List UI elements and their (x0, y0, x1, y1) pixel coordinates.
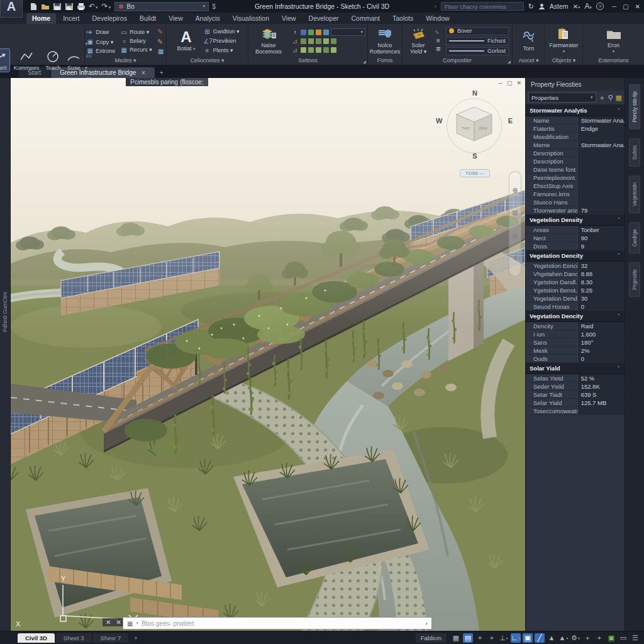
property-row[interactable]: Doss 9 (526, 242, 625, 250)
property-row[interactable]: Mesk 2% (526, 347, 625, 355)
status-toggle-icon[interactable]: ▦ (451, 633, 461, 643)
property-row[interactable]: Meme Stormwater Ana... (526, 141, 625, 149)
status-toggle-icon[interactable]: + (594, 633, 604, 643)
property-value[interactable]: 32 (577, 262, 625, 269)
property-value[interactable]: 180° (577, 338, 625, 346)
status-toggle-icon[interactable]: ⊥ (499, 633, 509, 643)
property-row[interactable]: Yegetstion Eencity 32 (526, 262, 625, 270)
layer-tool-2-icon[interactable] (308, 38, 314, 44)
add-property-button[interactable]: ＋ (599, 93, 606, 103)
status-toggle-icon[interactable]: ＋ (582, 633, 592, 643)
collapse-icon[interactable]: ⌃ (616, 108, 621, 113)
property-row[interactable]: Dase teene font (526, 165, 625, 174)
property-value[interactable] (577, 174, 625, 181)
drawing-canvas[interactable]: Y X ─ ▢ ✕ N S W E THO (11, 78, 525, 631)
close-tab-icon[interactable]: ✕ (141, 70, 146, 76)
panel-label-compostler[interactable]: Compostler (402, 57, 512, 65)
torn-button[interactable]: Torn (519, 30, 538, 52)
property-row[interactable]: Stuoco Hans (526, 198, 625, 206)
status-toggle-icon[interactable]: ▲ (558, 633, 569, 643)
property-value[interactable] (577, 182, 625, 189)
property-value[interactable]: 8.88 (577, 270, 625, 277)
property-row[interactable]: Farnurec.kms (526, 190, 625, 198)
pick-object-icon[interactable]: ⚲ (608, 94, 613, 102)
ribbon-tab[interactable]: Analycis (190, 13, 226, 24)
composite-gorlost[interactable]: Gorlost (446, 47, 509, 55)
ribbon-tab[interactable]: Commant (345, 13, 386, 24)
status-toggle-icon[interactable]: ▲ (547, 633, 557, 643)
layer-tool-9-icon[interactable] (323, 47, 329, 53)
ribbon-tab[interactable]: Develepiros (86, 13, 132, 24)
property-row[interactable]: Name Stormwater Ana... (526, 116, 625, 125)
panel-label-aiocet[interactable]: Aiocet ▾ (513, 57, 545, 65)
property-row[interactable]: Areas Tonber (526, 226, 625, 234)
ribbon-tab[interactable]: Home (26, 13, 56, 24)
property-row[interactable]: Dencity Raid (526, 322, 625, 330)
autodesk-a-icon[interactable]: A▾ (585, 2, 592, 11)
lines-stack2-icon[interactable]: ≣ (435, 45, 442, 52)
palette-tab[interactable]: Porcty sto-tip (629, 84, 640, 130)
help-icon[interactable]: ? (596, 3, 604, 10)
layer-tool-5-icon[interactable] (331, 38, 336, 44)
layer-dropdown[interactable]: ▾ (331, 28, 365, 36)
property-row[interactable]: Toseccomoweats... (526, 407, 625, 415)
panel-label-medes[interactable]: Medes ▾ (85, 57, 166, 65)
property-value[interactable]: 79 (577, 206, 625, 214)
left-palette-strip[interactable]: Pdhin0 GurnOtm (0, 78, 11, 631)
property-value[interactable]: 52 % (577, 374, 625, 382)
user-name[interactable]: Astem (550, 3, 569, 10)
layer-tool-3-icon[interactable] (316, 38, 321, 44)
command-close-icon[interactable]: ✕ (106, 619, 111, 626)
suse-tool-button[interactable]: Suse (65, 49, 82, 72)
property-section-header[interactable]: Vegvtation Dencity⌃ (526, 311, 625, 322)
navigation-bar[interactable]: ⊕ ⊞ ◎ ≡ (509, 171, 521, 277)
save-as-icon[interactable] (65, 3, 74, 11)
property-row[interactable]: Description (526, 157, 625, 165)
status-toggle-icon[interactable]: ▣ (523, 633, 533, 643)
property-section-header[interactable]: Vegetelion Density⌃ (526, 214, 625, 226)
viewcube-west[interactable]: W (436, 117, 442, 125)
layer-tool-7-icon[interactable] (308, 47, 314, 53)
minimize-button[interactable]: ─ (612, 3, 616, 10)
extrone-button[interactable]: ▦Extrone (86, 47, 115, 54)
property-value[interactable] (577, 157, 625, 165)
property-value[interactable]: 8.30 (577, 278, 625, 286)
ribbon-tab[interactable]: View (276, 13, 302, 24)
collapse-icon[interactable]: ⌃ (616, 365, 621, 371)
property-value[interactable]: Raid (577, 322, 625, 330)
open-folder-icon[interactable] (41, 3, 50, 11)
property-value[interactable]: 1.600 (577, 330, 625, 338)
belary-button[interactable]: ○Belary (120, 38, 152, 45)
close-button[interactable]: ✕ (635, 3, 640, 10)
status-toggle-icon[interactable]: ☰ (630, 633, 640, 643)
property-row[interactable]: Fiatertis Endge (526, 125, 625, 133)
dialog-launcher-icon[interactable] (363, 60, 366, 64)
sync-icon[interactable]: ↻ (528, 3, 534, 11)
property-row[interactable]: Ygetstion Benot, 5:25 (526, 286, 625, 294)
property-section-header[interactable]: Stormwater Analytis⌃ (526, 105, 625, 116)
gwidtion-button[interactable]: ⊞Gwidtion ▾ (204, 28, 240, 35)
property-section-header[interactable]: Vegetation Dencity⌃ (526, 250, 625, 262)
property-row[interactable]: Oods 0 (526, 355, 625, 363)
layer-tool-8-icon[interactable] (316, 47, 321, 53)
new-layout-button[interactable]: + (130, 635, 142, 641)
property-value[interactable]: 9 (577, 242, 625, 250)
property-value[interactable]: 0 (577, 303, 625, 310)
viewcube-south[interactable]: S (472, 152, 477, 160)
naise-bocemoss-button[interactable]: Naise Bocemoss (250, 26, 287, 55)
viewport-restore-icon[interactable]: ▢ (507, 80, 513, 86)
status-toggle-icon[interactable]: ⌖ (475, 633, 485, 643)
soler-yield-button[interactable]: Soler Yield ▾ (406, 26, 431, 55)
layout-tab[interactable]: Shesr 7 (93, 633, 129, 643)
ribbon-tab[interactable]: Taolots (387, 13, 419, 24)
save-icon[interactable] (53, 3, 62, 11)
lines-stack-icon[interactable]: ≡ (435, 37, 442, 44)
property-value[interactable] (577, 407, 625, 414)
property-row[interactable]: Setar Tiadt 639 S (526, 391, 625, 399)
nolce-rotterences-button[interactable]: Nolce Rotterences (368, 26, 402, 55)
new-tab-button[interactable]: + (156, 67, 167, 78)
panel-label-celiocnetes[interactable]: Celiocnetes ▾ (167, 57, 248, 65)
layer-cyan-icon[interactable] (323, 30, 329, 35)
status-toggle-icon[interactable]: + (487, 633, 497, 643)
composite-fichsnt[interactable]: Fichsnt (446, 37, 509, 45)
